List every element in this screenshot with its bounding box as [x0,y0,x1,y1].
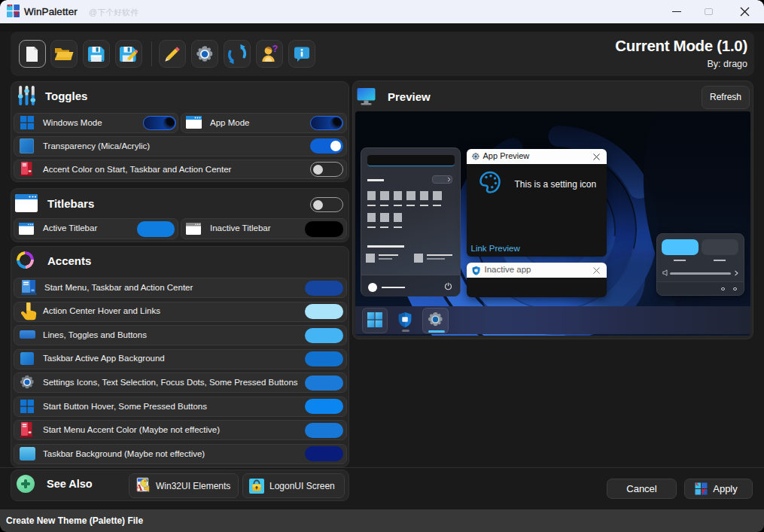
svg-text:A: A [135,482,143,493]
svg-text:?: ? [272,44,278,54]
